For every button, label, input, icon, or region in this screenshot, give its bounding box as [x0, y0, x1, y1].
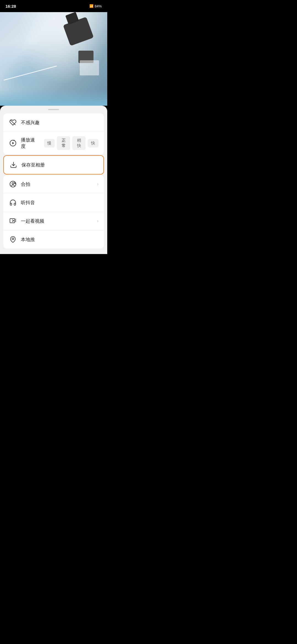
- save-album-highlight: 保存至相册: [3, 155, 104, 174]
- video-preview: [0, 12, 107, 106]
- menu-item-listen-douyin[interactable]: 听抖音: [3, 193, 104, 212]
- speed-slow[interactable]: 慢: [44, 139, 55, 148]
- watch-together-icon: [9, 217, 17, 225]
- bottom-sheet: 不感兴趣 播放速度 慢 正常 稍快 快: [0, 106, 107, 254]
- svg-point-7: [14, 182, 15, 184]
- menu-container-bottom: 合拍 › 听抖音: [3, 175, 104, 249]
- menu-item-local-push[interactable]: 本地推: [3, 230, 104, 249]
- local-push-label: 本地推: [21, 236, 98, 243]
- drag-handle-bar: [48, 109, 59, 110]
- menu-item-not-interested[interactable]: 不感兴趣: [3, 113, 104, 132]
- drag-handle[interactable]: [0, 106, 107, 112]
- speed-fast[interactable]: 快: [88, 139, 98, 148]
- watch-together-label: 一起看视频: [21, 218, 98, 224]
- status-right: 📶 84%: [89, 4, 102, 8]
- collab-icon: [9, 180, 17, 188]
- status-bar: 16:28 📶 84%: [0, 0, 107, 12]
- listen-douyin-label: 听抖音: [21, 200, 98, 206]
- svg-point-12: [12, 238, 14, 240]
- location-icon: [9, 235, 17, 244]
- battery-text: 84%: [95, 4, 102, 8]
- collab-chevron: ›: [97, 182, 98, 187]
- watch-together-chevron: ›: [97, 219, 98, 223]
- not-interested-label: 不感兴趣: [21, 119, 98, 126]
- decoration-blue: [0, 89, 107, 106]
- playback-speed-label: 播放速度: [21, 137, 38, 149]
- download-icon: [9, 161, 18, 169]
- menu-item-watch-together[interactable]: 一起看视频 ›: [3, 212, 104, 230]
- save-album-label: 保存至相册: [21, 162, 98, 168]
- svg-point-6: [12, 183, 14, 185]
- menu-container: 不感兴趣 播放速度 慢 正常 稍快 快: [3, 113, 104, 155]
- signal-icon: 📶: [89, 4, 94, 8]
- speed-slightly-fast[interactable]: 稍快: [72, 136, 86, 150]
- collab-label: 合拍: [21, 181, 98, 187]
- status-time: 16:28: [6, 4, 16, 9]
- playback-speed-icon: [9, 139, 17, 147]
- decoration-rect2: [80, 60, 99, 75]
- svg-marker-2: [12, 142, 14, 144]
- headphone-icon: [9, 198, 17, 207]
- heart-broken-icon: [9, 118, 17, 127]
- menu-item-playback-speed[interactable]: 播放速度 慢 正常 稍快 快: [3, 132, 104, 155]
- svg-point-5: [10, 181, 16, 187]
- menu-item-collab[interactable]: 合拍 ›: [3, 175, 104, 193]
- speed-options: 慢 正常 稍快 快: [44, 136, 98, 150]
- speed-normal[interactable]: 正常: [57, 136, 70, 150]
- menu-item-save-album[interactable]: 保存至相册: [4, 156, 103, 174]
